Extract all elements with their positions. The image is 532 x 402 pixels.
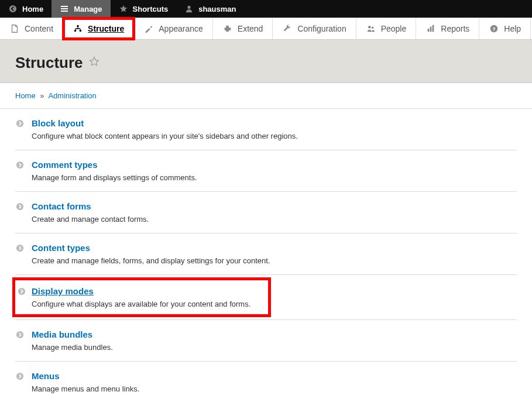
people-icon [366,23,376,34]
svg-rect-9 [433,25,434,32]
breadcrumb-separator: » [40,91,44,100]
wrench-icon [282,23,293,34]
favorite-star-icon[interactable] [89,56,99,70]
item-desc: Manage form and displays settings of com… [32,173,517,182]
tab-configuration[interactable]: Configuration [273,18,356,39]
list-item: Comment types Manage form and displays s… [15,150,517,192]
toolbar-shortcuts-label: Shortcuts [133,5,169,13]
tab-configuration-label: Configuration [297,24,346,33]
appearance-icon [143,23,154,34]
admin-toolbar: Home Manage Shortcuts shausman [0,0,532,18]
extend-icon [222,23,233,34]
toolbar-shortcuts[interactable]: Shortcuts [111,0,177,18]
chevron-right-icon [15,202,25,211]
tab-structure-label: Structure [88,24,124,33]
svg-text:?: ? [493,26,496,32]
chevron-right-icon [15,243,25,253]
tab-people[interactable]: People [356,18,417,39]
item-desc: Manage menus and menu links. [32,384,517,393]
item-content-types-link[interactable]: Content types [32,243,90,253]
tab-content-label: Content [25,24,53,33]
tab-extend[interactable]: Extend [213,18,273,39]
svg-point-12 [16,120,23,127]
page-header: Structure [0,40,532,83]
svg-point-13 [16,162,23,169]
list-item: Content types Create and manage fields, … [15,233,517,275]
item-block-layout-link[interactable]: Block layout [32,118,84,128]
svg-point-6 [372,26,374,29]
user-icon [184,4,194,13]
svg-point-17 [16,331,23,338]
list-item: Contact forms Create and manage contact … [15,192,517,233]
toolbar-user[interactable]: shausman [176,0,244,18]
toolbar-manage-label: Manage [74,5,102,13]
tab-structure[interactable]: Structure [63,18,134,39]
page-title: Structure [15,54,517,72]
toolbar-home-label: Home [22,5,43,13]
tab-appearance[interactable]: Appearance [134,18,213,39]
structure-icon [73,23,83,34]
item-desc: Create and manage fields, forms, and dis… [32,256,517,265]
list-item: Media bundles Manage media bundles. [15,320,517,362]
item-desc: Create and manage contact forms. [32,215,517,224]
reports-icon [425,23,436,34]
page-title-text: Structure [15,54,83,72]
item-display-modes-link[interactable]: Display modes [32,286,94,296]
star-icon [119,4,128,13]
list-item: Display modes Configure what displays ar… [15,277,517,320]
help-icon: ? [489,23,499,34]
tab-content[interactable]: Content [0,18,63,39]
breadcrumb: Home » Administration [0,83,532,109]
svg-point-0 [9,5,16,12]
item-menus-link[interactable]: Menus [32,371,60,381]
item-contact-forms-link[interactable]: Contact forms [32,201,91,211]
hamburger-icon [60,4,69,13]
svg-rect-7 [428,29,430,32]
breadcrumb-admin[interactable]: Administration [48,91,96,100]
toolbar-user-label: shausman [198,5,236,13]
svg-point-16 [18,288,25,295]
tab-people-label: People [381,24,407,33]
admin-list: Block layout Configure what block conten… [0,109,532,402]
svg-point-5 [368,26,370,28]
list-item: Menus Manage menus and menu links. [15,362,517,402]
back-icon [8,4,18,13]
chevron-right-icon [17,287,26,296]
breadcrumb-home[interactable]: Home [15,91,36,100]
tab-reports-label: Reports [441,24,469,33]
item-desc: Manage media bundles. [32,343,517,352]
toolbar-manage[interactable]: Manage [52,0,110,18]
svg-point-3 [74,30,77,32]
admin-tabs: Content Structure Appearance Extend Conf… [0,18,532,40]
svg-point-15 [16,245,23,252]
tab-help-label: Help [504,24,521,33]
list-item: Block layout Configure what block conten… [15,109,517,150]
content-icon [9,23,20,34]
svg-point-1 [188,6,191,9]
toolbar-home[interactable]: Home [0,0,52,18]
tab-reports[interactable]: Reports [416,18,479,39]
svg-point-2 [77,25,79,28]
tab-appearance-label: Appearance [159,24,203,33]
chevron-right-icon [15,330,25,339]
item-media-bundles-link[interactable]: Media bundles [32,329,92,339]
item-desc: Configure what displays are available fo… [32,300,263,308]
item-comment-types-link[interactable]: Comment types [32,160,98,170]
tab-help[interactable]: ? Help [479,18,531,39]
item-desc: Configure what block content appears in … [32,132,517,140]
chevron-right-icon [15,372,25,381]
tab-extend-label: Extend [238,24,263,33]
chevron-right-icon [15,119,25,128]
svg-rect-8 [430,26,432,32]
svg-point-4 [80,30,82,32]
chevron-right-icon [15,160,25,170]
svg-point-18 [16,373,23,380]
svg-point-14 [16,203,23,210]
highlight-display-modes: Display modes Configure what displays ar… [12,277,271,317]
